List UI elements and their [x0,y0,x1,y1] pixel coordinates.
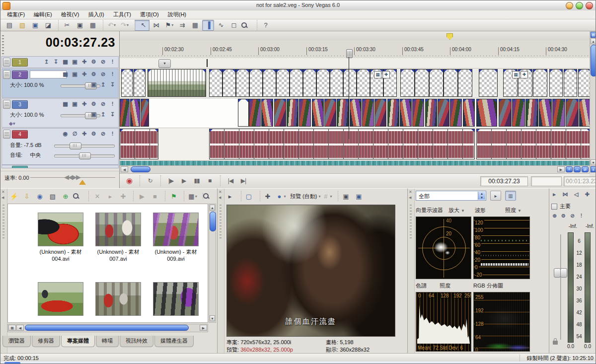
pan-type-icon[interactable]: ⊕ [551,213,558,219]
video-event[interactable] [287,99,298,127]
close-panel-icon[interactable]: ✕ [409,190,412,194]
menu-edit[interactable]: 編輯(E) [29,10,57,19]
collapsed-event-icon[interactable]: ▾ [158,59,171,68]
save-icon[interactable]: ▣ [29,20,41,31]
track-motion-icon[interactable]: ▣ [71,58,78,65]
h-scroll-thumb[interactable] [131,166,150,172]
close-panel-icon[interactable]: ✕ [1,190,5,194]
event-properties-icon[interactable]: ▸ [225,191,237,202]
video-event[interactable] [400,69,415,97]
whats-this-help-icon[interactable]: ? [257,20,272,31]
zoom-in-icon[interactable]: + [566,166,573,172]
redo-icon[interactable]: ↷ [119,20,131,31]
scroll-right-icon[interactable]: ▶ [557,166,565,172]
timeline-v-scrollbar[interactable]: ▤ ▲ ▼ ± [590,31,596,173]
spinner-icon[interactable]: ▲▼ [478,192,485,200]
audio-event[interactable] [476,129,590,159]
grid-handle-icon[interactable]: ▦ [8,325,16,331]
video-event[interactable] [499,99,512,127]
normal-edit-tool-icon[interactable]: ↖ [135,20,149,31]
track-header-3[interactable]: 3 ▩▣✚⚙⊘! 大小: 100.0 % ▣↥↧ ◆▾ [1,98,119,128]
media-v-scrollbar[interactable]: ▲ ▼ [209,204,216,323]
capture-flag-icon[interactable]: ⚑ [165,191,180,202]
scroll-up-icon[interactable]: ▲ [210,205,215,211]
selection-tool-icon[interactable]: ◻ [228,20,240,31]
master-fader-handle[interactable] [554,268,561,278]
event-pan-crop-icon[interactable]: ▦ [374,71,381,78]
media-thumbnail[interactable] [153,282,199,316]
media-properties-icon[interactable]: ▸ [104,191,116,202]
video-event[interactable] [549,69,563,97]
undo-icon[interactable]: ↶ [103,20,118,31]
h-scroll-thumb[interactable] [25,325,189,331]
scroll-right-icon[interactable]: ▶ [200,325,207,331]
dock-tab[interactable]: 媒體產生器 [154,336,194,347]
video-event[interactable] [330,69,343,97]
move-track-down-icon[interactable]: ↧ [52,58,60,65]
dock-tab[interactable]: 轉場 [96,336,119,347]
stop-button[interactable]: ■ [204,175,216,186]
preview-stop-icon[interactable]: ■ [149,191,161,202]
automation-settings-icon[interactable]: ▣ [90,81,97,88]
video-event[interactable] [579,99,590,127]
track-1-row[interactable]: ▾ [120,58,590,69]
event-fx-icon[interactable]: ✚ [521,71,528,78]
go-to-end-button[interactable]: ▶| [237,175,249,186]
media-thumbnail[interactable] [95,213,141,246]
composite-parent-icon[interactable]: ◆▾ [9,121,15,126]
dock-tab[interactable]: 瀏覽器 [2,336,31,347]
solo-icon[interactable]: ! [109,71,116,77]
copy-icon[interactable]: ▣ [74,20,86,31]
compositing-mode-icon[interactable]: ✚ [80,100,88,107]
video-event[interactable] [362,99,374,127]
track-header-2[interactable]: 2 ▩▣✚⚙⊘! 大小: 100.0 % ▣↥↧ [1,69,119,98]
track-volume-value[interactable]: -7.5 dB [24,142,41,148]
video-event[interactable] [476,99,497,127]
download-media-icon[interactable]: ⊕ [60,191,72,202]
scroll-up-icon[interactable]: ▲ [591,38,596,44]
media-item[interactable]: (Unknown) - 素材 009.avi [150,213,202,262]
title-bar[interactable]: not for sale2.veg - Sony Vegas 6.0 [0,0,596,11]
track-pan-value[interactable]: 中央 [30,152,41,158]
scroll-down-icon[interactable]: ▼ [210,315,215,321]
capture-video-icon[interactable]: ◉ [34,191,46,202]
fade-down-icon[interactable]: ↧ [109,81,116,88]
play-button[interactable]: ▶ [178,175,190,186]
insert-fx-icon[interactable]: ✚ [80,130,88,137]
solo-icon[interactable]: ! [109,100,116,107]
recapture-icon[interactable]: ✚ [117,191,129,202]
video-event[interactable] [463,99,475,127]
timeline-h-scrollbar[interactable]: ◀ ▶ + − ⌀ [120,165,590,173]
solo-icon[interactable]: ! [109,130,116,137]
marker-bar[interactable] [120,31,590,41]
preview-play-icon[interactable]: ▶ [133,191,148,202]
histogram-mode[interactable]: 照度 [440,282,450,290]
video-event[interactable] [130,99,140,127]
master-fader-handle[interactable] [560,268,567,278]
video-event[interactable] [121,69,133,97]
rate-value[interactable]: 0.00 [18,175,29,181]
video-event[interactable] [429,69,444,97]
menu-view[interactable]: 檢視(V) [57,10,84,19]
track-header-5-partial[interactable] [1,165,119,168]
video-event[interactable] [324,99,336,127]
track-size-value[interactable]: 100.0 % [24,112,44,118]
video-event[interactable] [566,99,579,127]
track-drag-handle[interactable] [3,70,10,79]
external-monitor-icon[interactable]: ▢ [241,191,256,202]
bypass-motion-blur-icon[interactable]: ▩ [62,100,69,107]
media-search-icon[interactable] [73,193,84,200]
video-event[interactable] [223,69,236,97]
video-event[interactable] [412,99,424,127]
track-3-row[interactable] [120,98,590,128]
track-zoom-icon[interactable]: ± [591,166,596,172]
bypass-motion-blur-icon[interactable]: ▩ [62,58,69,65]
lock-envelopes-icon[interactable]: ▦ [189,20,201,31]
get-photo-icon[interactable]: ▧ [47,191,59,202]
audio-event[interactable] [209,129,475,159]
video-event[interactable] [539,99,552,127]
video-event[interactable] [263,69,276,97]
v-scroll-thumb[interactable] [591,45,596,76]
video-event[interactable] [552,99,565,127]
media-thumbnail[interactable] [95,282,141,316]
